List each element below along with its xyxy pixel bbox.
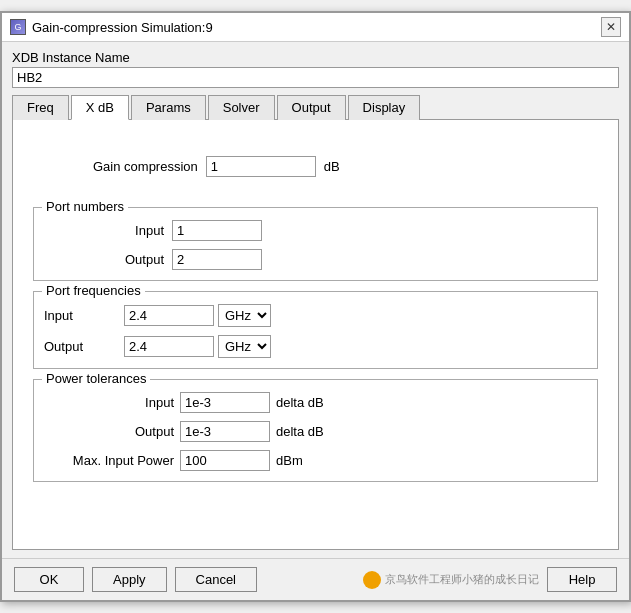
gain-compression-unit: dB bbox=[324, 159, 340, 174]
freq-output-label: Output bbox=[44, 339, 124, 354]
title-bar: G Gain-compression Simulation:9 ✕ bbox=[2, 13, 629, 42]
watermark-text: 京鸟软件工程师小猪的成长日记 bbox=[385, 572, 539, 587]
freq-input-field[interactable] bbox=[124, 305, 214, 326]
watermark: 京鸟软件工程师小猪的成长日记 bbox=[363, 567, 539, 592]
window-icon: G bbox=[10, 19, 26, 35]
ok-button[interactable]: OK bbox=[14, 567, 84, 592]
port-input-field[interactable] bbox=[172, 220, 262, 241]
apply-button[interactable]: Apply bbox=[92, 567, 167, 592]
tab-solver[interactable]: Solver bbox=[208, 95, 275, 120]
tab-freq[interactable]: Freq bbox=[12, 95, 69, 120]
power-tolerances-group: Power tolerances Input delta dB Output d… bbox=[33, 379, 598, 482]
main-window: G Gain-compression Simulation:9 ✕ XDB In… bbox=[0, 11, 631, 602]
freq-output-row: Output Hz kHz MHz GHz bbox=[44, 335, 587, 358]
tab-output[interactable]: Output bbox=[277, 95, 346, 120]
tab-display[interactable]: Display bbox=[348, 95, 421, 120]
max-input-label: Max. Input Power bbox=[44, 453, 174, 468]
cancel-button[interactable]: Cancel bbox=[175, 567, 257, 592]
gain-compression-row: Gain compression dB bbox=[93, 156, 598, 177]
power-input-label: Input bbox=[44, 395, 174, 410]
gain-compression-input[interactable] bbox=[206, 156, 316, 177]
port-output-label: Output bbox=[44, 252, 164, 267]
port-numbers-group: Port numbers Input Output bbox=[33, 207, 598, 281]
freq-input-label: Input bbox=[44, 308, 124, 323]
port-input-label: Input bbox=[44, 223, 164, 238]
close-button[interactable]: ✕ bbox=[601, 17, 621, 37]
max-input-power-row: Max. Input Power dBm bbox=[44, 450, 587, 471]
max-input-field[interactable] bbox=[180, 450, 270, 471]
power-output-label: Output bbox=[44, 424, 174, 439]
window-title: Gain-compression Simulation:9 bbox=[32, 20, 213, 35]
power-tolerances-title: Power tolerances bbox=[42, 371, 150, 386]
help-button[interactable]: Help bbox=[547, 567, 617, 592]
freq-output-field[interactable] bbox=[124, 336, 214, 357]
port-frequencies-group: Port frequencies Input Hz kHz MHz GHz Ou… bbox=[33, 291, 598, 369]
title-bar-left: G Gain-compression Simulation:9 bbox=[10, 19, 213, 35]
power-input-unit: delta dB bbox=[276, 395, 324, 410]
port-input-row: Input bbox=[44, 220, 587, 241]
port-output-row: Output bbox=[44, 249, 587, 270]
bottom-right-buttons: 京鸟软件工程师小猪的成长日记 Help bbox=[363, 567, 617, 592]
freq-input-row: Input Hz kHz MHz GHz bbox=[44, 304, 587, 327]
bottom-left-buttons: OK Apply Cancel bbox=[14, 567, 257, 592]
content-area: XDB Instance Name Freq X dB Params Solve… bbox=[2, 42, 629, 558]
bottom-bar: OK Apply Cancel 京鸟软件工程师小猪的成长日记 Help bbox=[2, 558, 629, 600]
power-output-field[interactable] bbox=[180, 421, 270, 442]
port-frequencies-title: Port frequencies bbox=[42, 283, 145, 298]
watermark-icon bbox=[363, 571, 381, 589]
tab-xdb[interactable]: X dB bbox=[71, 95, 129, 120]
port-output-field[interactable] bbox=[172, 249, 262, 270]
freq-output-unit-select[interactable]: Hz kHz MHz GHz bbox=[218, 335, 271, 358]
tab-content-xdb: Gain compression dB Port numbers Input O… bbox=[12, 120, 619, 550]
freq-input-unit-select[interactable]: Hz kHz MHz GHz bbox=[218, 304, 271, 327]
power-output-row: Output delta dB bbox=[44, 421, 587, 442]
instance-name-input[interactable] bbox=[12, 67, 619, 88]
gain-compression-label: Gain compression bbox=[93, 159, 198, 174]
tab-bar: Freq X dB Params Solver Output Display bbox=[12, 94, 619, 120]
port-numbers-title: Port numbers bbox=[42, 199, 128, 214]
instance-name-label: XDB Instance Name bbox=[12, 50, 619, 65]
power-input-field[interactable] bbox=[180, 392, 270, 413]
power-output-unit: delta dB bbox=[276, 424, 324, 439]
power-input-row: Input delta dB bbox=[44, 392, 587, 413]
tab-params[interactable]: Params bbox=[131, 95, 206, 120]
max-input-unit: dBm bbox=[276, 453, 303, 468]
